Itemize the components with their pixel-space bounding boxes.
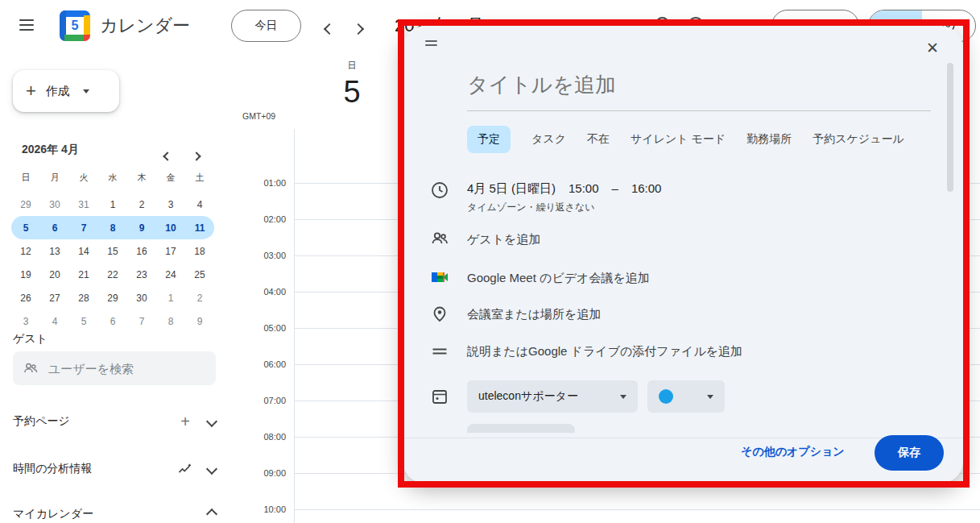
mini-calendar-day[interactable]: 17 <box>156 239 185 263</box>
mini-calendar-day[interactable]: 6 <box>40 216 69 239</box>
close-icon[interactable]: ✕ <box>923 35 942 60</box>
people-icon <box>23 360 39 376</box>
mini-calendar-day[interactable]: 28 <box>69 286 98 309</box>
mini-calendar-day[interactable]: 12 <box>11 239 40 263</box>
create-button-label: 作成 <box>46 84 70 99</box>
mini-calendar-day[interactable]: 21 <box>69 263 98 286</box>
location-pin-icon <box>430 304 449 323</box>
mini-calendar-day[interactable]: 20 <box>40 263 69 286</box>
add-meet-row[interactable]: Google Meet のビデオ会議を追加 <box>467 271 650 286</box>
mini-calendar-day[interactable]: 31 <box>69 193 98 216</box>
dialog-tab[interactable]: 勤務場所 <box>746 126 792 153</box>
clock-icon <box>430 181 449 200</box>
logo-day-number: 5 <box>66 17 84 35</box>
dialog-tab[interactable]: 予定 <box>467 126 511 153</box>
dialog-tab[interactable]: 不在 <box>587 126 610 153</box>
mini-calendar-day[interactable]: 30 <box>40 193 69 216</box>
mini-calendar-day[interactable]: 19 <box>11 263 40 286</box>
booking-pages-row[interactable]: 予約ページ + <box>13 412 216 431</box>
hour-label: 03:00 <box>229 251 286 260</box>
event-datetime[interactable]: 4月 5日 (日曜日) 15:00 – 16:00 <box>467 181 661 197</box>
mini-calendar-day[interactable]: 29 <box>98 286 127 309</box>
dialog-tab[interactable]: サイレント モード <box>631 126 726 153</box>
mini-calendar-day[interactable]: 4 <box>185 193 214 216</box>
add-description-row[interactable]: 説明またはGoogle ドライブの添付ファイルを追加 <box>467 344 742 359</box>
time-insights-row[interactable]: 時間の分析情報 <box>13 459 216 479</box>
mini-calendar-prev-button[interactable] <box>164 148 171 163</box>
mini-calendar-day[interactable]: 7 <box>69 216 98 239</box>
people-icon <box>430 229 449 248</box>
mini-calendar-day[interactable]: 9 <box>127 216 156 239</box>
mini-calendar-day[interactable]: 3 <box>11 309 40 333</box>
mini-calendar-day[interactable]: 27 <box>40 286 69 309</box>
mini-calendar-next-button[interactable] <box>193 148 200 163</box>
hour-label: 08:00 <box>229 432 286 442</box>
description-lines-icon <box>430 342 449 361</box>
day-header[interactable]: 日 5 <box>334 60 370 110</box>
guest-search-box[interactable] <box>13 351 216 385</box>
mini-calendar-day[interactable]: 6 <box>98 309 127 333</box>
mini-calendar-day[interactable]: 14 <box>69 239 98 263</box>
next-period-button[interactable] <box>354 22 362 36</box>
event-color-dropdown[interactable] <box>647 380 725 413</box>
event-end-time[interactable]: 16:00 <box>631 181 662 197</box>
mini-calendar-day[interactable]: 1 <box>98 193 127 216</box>
mini-calendar-day[interactable]: 24 <box>156 263 185 286</box>
mini-calendar-day[interactable]: 9 <box>185 309 214 333</box>
mini-calendar-day[interactable]: 15 <box>98 239 127 263</box>
time-insights-label: 時間の分析情報 <box>13 462 92 476</box>
mini-calendar-day[interactable]: 22 <box>98 263 127 286</box>
create-button[interactable]: + 作成 <box>13 70 119 112</box>
add-booking-page-icon[interactable]: + <box>180 413 190 431</box>
mini-calendar-day[interactable]: 4 <box>40 309 69 333</box>
mini-calendar-day[interactable]: 25 <box>185 263 214 286</box>
event-start-time[interactable]: 15:00 <box>569 181 599 197</box>
save-button[interactable]: 保存 <box>875 435 944 471</box>
mini-calendar-day[interactable]: 29 <box>11 193 40 216</box>
my-calendars-row[interactable]: マイカレンダー <box>13 504 216 523</box>
mini-calendar-day[interactable]: 2 <box>127 193 156 216</box>
mini-calendar-day[interactable]: 30 <box>127 286 156 309</box>
mini-calendar-day[interactable]: 7 <box>127 309 156 333</box>
event-date[interactable]: 4月 5日 (日曜日) <box>467 181 556 197</box>
dialog-scrollbar[interactable] <box>947 63 953 192</box>
mini-calendar-day[interactable]: 18 <box>185 239 214 263</box>
chevron-down-icon[interactable] <box>206 463 217 475</box>
more-options-link[interactable]: その他のオプション <box>741 445 845 459</box>
mini-calendar-weekday: 日 <box>11 169 40 185</box>
mini-calendar-day[interactable]: 1 <box>156 286 185 309</box>
mini-calendar-day[interactable]: 11 <box>185 216 214 239</box>
mini-calendar-day[interactable]: 10 <box>156 216 185 239</box>
mini-calendar-day[interactable]: 5 <box>11 216 40 239</box>
dialog-tabs: 予定タスク不在サイレント モード勤務場所予約スケジュール <box>467 126 904 153</box>
mini-calendar-day[interactable]: 26 <box>11 286 40 309</box>
day-number[interactable]: 5 <box>334 75 370 110</box>
mini-calendar-day[interactable]: 8 <box>156 309 185 333</box>
mini-calendar-day[interactable]: 5 <box>69 309 98 333</box>
prev-period-button[interactable] <box>325 22 333 36</box>
app-title: カレンダー <box>100 0 190 52</box>
mini-calendar-day[interactable]: 16 <box>127 239 156 263</box>
dialog-tab[interactable]: タスク <box>531 126 566 153</box>
timezone-recurrence-link[interactable]: タイムゾーン・繰り返さない <box>467 201 595 214</box>
mini-calendar-day[interactable]: 2 <box>185 286 214 309</box>
hour-label: 04:00 <box>229 287 286 297</box>
event-color-dot <box>659 389 673 404</box>
guest-search-input[interactable] <box>47 361 195 376</box>
mini-calendar-day[interactable]: 3 <box>156 193 185 216</box>
today-button[interactable]: 今日 <box>231 10 301 42</box>
dialog-tab[interactable]: 予約スケジュール <box>813 126 904 153</box>
main-menu-icon[interactable] <box>19 19 34 31</box>
mini-calendar-day[interactable]: 23 <box>127 263 156 286</box>
drag-handle-icon[interactable] <box>425 40 437 48</box>
mini-calendar-week: 12131415161718 <box>11 239 214 263</box>
calendar-select-dropdown[interactable]: uteleconサポーター <box>467 380 638 413</box>
mini-calendar-day[interactable]: 8 <box>98 216 127 239</box>
event-title-input[interactable]: タイトルを追加 <box>467 71 931 111</box>
chevron-up-icon[interactable] <box>206 508 217 520</box>
add-guests-row[interactable]: ゲストを追加 <box>467 232 540 247</box>
mini-calendar-day[interactable]: 13 <box>40 239 69 263</box>
footer-divider <box>403 438 963 438</box>
chevron-down-icon[interactable] <box>206 416 217 427</box>
add-location-row[interactable]: 会議室または場所を追加 <box>467 307 601 322</box>
